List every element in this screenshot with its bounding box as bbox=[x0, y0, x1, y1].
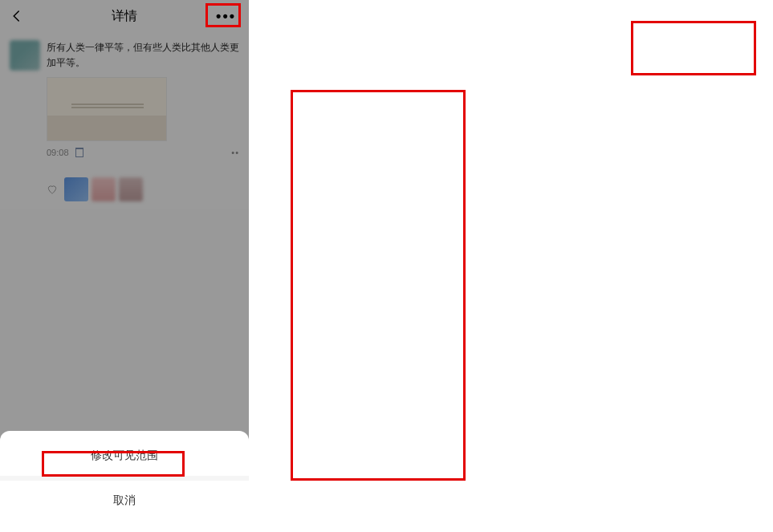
avatar[interactable] bbox=[10, 40, 40, 71]
liker-avatar[interactable] bbox=[64, 177, 88, 201]
left-screen: 详情 ••• 所有人类一律平等，但有些人类比其他人类更加平等。 09:08 bbox=[0, 0, 249, 532]
post-more-icon[interactable]: •• bbox=[231, 148, 239, 157]
back-icon[interactable] bbox=[8, 7, 26, 25]
page-title: 详情 bbox=[112, 8, 137, 25]
cancel-button[interactable]: 取消 bbox=[16, 484, 233, 518]
separator bbox=[0, 476, 249, 481]
post-image[interactable] bbox=[47, 77, 167, 141]
likes-row bbox=[47, 177, 239, 201]
post-content: 所有人类一律平等，但有些人类比其他人类更加平等。 09:08 •• bbox=[0, 32, 249, 209]
post-time: 09:08 bbox=[47, 148, 69, 157]
liker-avatar[interactable] bbox=[119, 177, 143, 201]
post-text: 所有人类一律平等，但有些人类比其他人类更加平等。 bbox=[47, 40, 239, 71]
action-sheet: 修改可见范围 取消 bbox=[0, 431, 249, 532]
liker-avatar[interactable] bbox=[92, 177, 116, 201]
left-header: 详情 ••• bbox=[0, 0, 249, 32]
more-icon[interactable]: ••• bbox=[211, 8, 241, 25]
modify-visibility-button[interactable]: 修改可见范围 bbox=[16, 439, 233, 473]
highlight-box bbox=[291, 90, 466, 481]
trash-icon[interactable] bbox=[75, 148, 83, 157]
highlight-box bbox=[631, 21, 756, 75]
heart-icon bbox=[47, 184, 58, 195]
